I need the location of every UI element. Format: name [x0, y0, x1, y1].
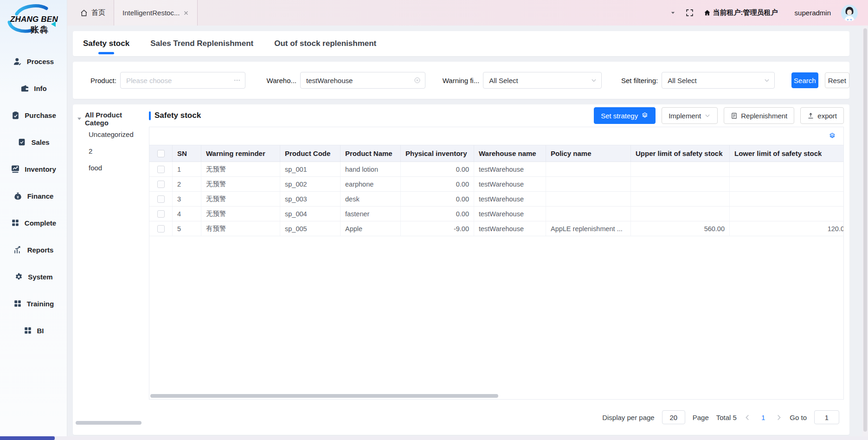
set-filtering-value: All Select [668, 77, 697, 84]
clear-circle-icon[interactable] [414, 77, 421, 84]
set-strategy-button[interactable]: Set strategy [594, 107, 656, 124]
ellipsis-icon[interactable] [233, 77, 241, 84]
chevron-left-icon[interactable] [744, 414, 751, 421]
product-input[interactable]: Please choose [120, 72, 245, 89]
document-icon [731, 112, 738, 119]
warehouse-label: Wareho... [267, 77, 296, 84]
tree-item-uncategorized[interactable]: Uncategorized [73, 126, 143, 142]
row-checkbox[interactable] [157, 195, 165, 203]
window-vertical-scrollbar-thumb[interactable] [863, 28, 867, 432]
table-cell: testWarehouse [474, 162, 546, 176]
row-checkbox[interactable] [157, 225, 165, 233]
username-label[interactable]: superadmin [795, 9, 831, 17]
column-header: Policy name [546, 145, 631, 162]
page-size-input[interactable]: 20 [662, 410, 685, 424]
sidebar-item-training[interactable]: Training [0, 295, 67, 312]
export-button[interactable]: export [800, 107, 844, 124]
reset-button[interactable]: Reset [825, 72, 849, 88]
window-vertical-scrollbar[interactable] [862, 26, 868, 436]
table-cell [631, 207, 730, 221]
row-checkbox[interactable] [157, 166, 165, 173]
table-cell [546, 192, 631, 206]
sidebar-item-purchase[interactable]: Purchase [0, 107, 67, 123]
replenishment-button[interactable]: Replenishment [724, 107, 794, 124]
sidebar-item-process[interactable]: Process [0, 53, 67, 70]
brand-logo: ZHANG BEN 账犇 [0, 0, 67, 45]
sidebar-item-reports[interactable]: Reports [0, 241, 67, 258]
set-filtering-select[interactable]: All Select [662, 72, 775, 89]
brand-name-en: ZHANG BEN [10, 15, 58, 24]
avatar[interactable] [841, 5, 858, 21]
table-row[interactable]: 4无预警sp_004fastener0.00testWarehouse [149, 207, 843, 221]
warehouse-input[interactable]: testWarehouse [300, 72, 425, 89]
current-page-number[interactable]: 1 [759, 414, 768, 421]
fullscreen-icon[interactable] [686, 9, 694, 17]
table-cell: 560.00 [631, 221, 730, 236]
table-cell: sp_003 [280, 192, 341, 206]
tree-caret-icon[interactable] [77, 116, 82, 122]
sidebar-item-complete[interactable]: Complete [0, 214, 67, 231]
data-table: SNWarning reminderProduct CodeProduct Na… [149, 127, 844, 400]
tree-scrollbar-thumb[interactable] [76, 421, 141, 425]
table-row[interactable]: 3无预警sp_003desk0.00testWarehouse [149, 192, 843, 207]
table-row[interactable]: 1无预警sp_001hand lotion0.00testWarehouse [149, 162, 843, 177]
tab-sales-trend-replenishment[interactable]: Sales Trend Replenishment [150, 31, 253, 56]
main-content: Safety stockSales Trend ReplenishmentOut… [67, 26, 868, 436]
table-horizontal-scrollbar-thumb[interactable] [150, 394, 498, 398]
tree-root-all-product-categories[interactable]: All Product Catego [73, 112, 143, 126]
row-checkbox[interactable] [157, 210, 165, 218]
category-tree: All Product Catego Uncategorized2food [73, 104, 143, 435]
goto-page-input[interactable]: 1 [814, 410, 839, 424]
column-header: Product Code [280, 145, 341, 162]
search-button[interactable]: Search [791, 72, 818, 88]
chart-line-icon [11, 164, 20, 174]
gear-outline-icon [641, 112, 649, 119]
sidebar-item-inventory[interactable]: Inventory [0, 161, 67, 177]
topbar-tab-document[interactable]: IntelligentRestoc... [114, 0, 198, 26]
home-tab-label: 首页 [91, 8, 105, 17]
table-cell: sp_004 [280, 207, 341, 221]
money-bag-icon [13, 191, 23, 201]
table-cell [631, 177, 730, 191]
tab-safety-stock[interactable]: Safety stock [83, 31, 129, 56]
tenant-indicator[interactable]: 当前租户:管理员租户 [704, 8, 778, 17]
tab-out-of-stock-replenishment[interactable]: Out of stock replenishment [274, 31, 376, 56]
table-row[interactable]: 2无预警sp_002earphone0.00testWarehouse [149, 177, 843, 192]
topbar: 首页 IntelligentRestoc... 当前租户:管理员租户 super… [67, 0, 868, 26]
table-cell: 1 [173, 162, 201, 176]
implement-button[interactable]: Implement [662, 107, 718, 124]
table-cell: testWarehouse [474, 177, 546, 191]
sidebar-item-sales[interactable]: Sales [0, 134, 67, 150]
row-checkbox[interactable] [157, 181, 165, 188]
tree-item-food[interactable]: food [73, 159, 143, 176]
sidebar-item-label: Training [27, 300, 54, 308]
table-cell: -9.00 [401, 221, 474, 236]
table-cell [546, 207, 631, 221]
product-label: Product: [90, 77, 116, 84]
row-checkbox-cell [149, 207, 173, 221]
chevron-right-icon[interactable] [775, 414, 782, 421]
warning-filter-value: All Select [489, 77, 518, 84]
select-all-checkbox[interactable] [157, 150, 165, 157]
caret-down-icon[interactable] [670, 10, 675, 15]
column-header: Warehouse name [474, 145, 546, 162]
sidebar-item-bi[interactable]: BI [0, 322, 67, 339]
table-cell: hand lotion [341, 162, 401, 176]
sidebar-item-finance[interactable]: Finance [0, 188, 67, 204]
table-cell: 0.00 [401, 207, 474, 221]
sidebar-item-system[interactable]: System [0, 268, 67, 285]
sidebar-item-label: Finance [27, 192, 54, 200]
column-settings-gear-icon[interactable] [829, 132, 836, 140]
table-row[interactable]: 5有预警sp_005Apple-9.00testWarehouseAppLE r… [149, 221, 843, 236]
clipboard-check-icon [11, 110, 20, 120]
grid-icon [13, 299, 22, 308]
close-icon[interactable] [183, 10, 189, 16]
pagination: Display per page 20 Page Total 5 1 Go to… [149, 400, 844, 435]
sidebar-item-info[interactable]: Info [0, 80, 67, 97]
tree-item-2[interactable]: 2 [73, 142, 143, 159]
table-cell: sp_001 [280, 162, 341, 176]
warning-filter-select[interactable]: All Select [483, 72, 602, 89]
sidebar-item-label: System [28, 273, 52, 281]
topbar-tab-home[interactable]: 首页 [72, 0, 114, 26]
table-cell: 120.0 [730, 221, 844, 236]
